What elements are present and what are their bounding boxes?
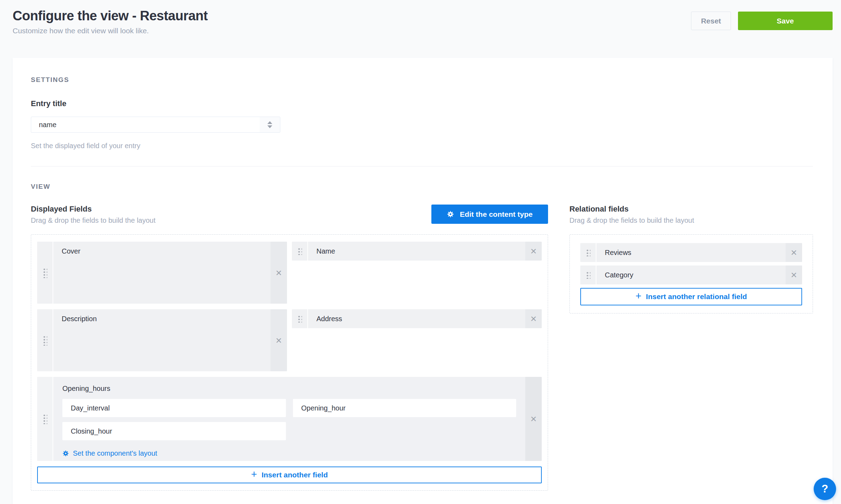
- view-section: VIEW Displayed Fields Drag & drop the fi…: [31, 183, 813, 491]
- close-icon: ×: [531, 413, 537, 425]
- field-card-cover[interactable]: Cover ×: [37, 242, 287, 304]
- select-stepper[interactable]: [260, 117, 280, 132]
- settings-section: SETTINGS Entry title name Set the displa…: [31, 76, 813, 167]
- close-icon: ×: [276, 334, 282, 346]
- field-card-description[interactable]: Description ×: [37, 309, 287, 371]
- entry-title-help: Set the displayed field of your entry: [31, 142, 813, 150]
- relational-fields-subtitle: Drag & drop the fields to build the layo…: [569, 216, 694, 225]
- remove-field-button[interactable]: ×: [525, 242, 542, 261]
- page-background-strip: [833, 0, 841, 504]
- insert-another-field-label: Insert another field: [261, 471, 328, 479]
- close-icon: ×: [531, 313, 537, 325]
- drag-dots-icon: [586, 249, 590, 256]
- drag-dots-icon: [586, 271, 590, 279]
- displayed-fields-header: Displayed Fields Drag & drop the fields …: [31, 205, 156, 225]
- page-subtitle: Customize how the edit view will look li…: [13, 27, 208, 35]
- remove-field-button[interactable]: ×: [525, 309, 542, 328]
- page-title: Configure the view - Restaurant: [13, 8, 208, 23]
- component-subfield-opening-hour[interactable]: Opening_hour: [293, 399, 517, 417]
- field-label: Description: [53, 309, 271, 371]
- remove-field-button[interactable]: ×: [271, 242, 287, 304]
- chevron-up-icon: [267, 121, 272, 124]
- relational-field-card-reviews[interactable]: Reviews ×: [580, 243, 802, 262]
- close-icon: ×: [791, 247, 797, 258]
- header-actions: Reset Save: [691, 12, 833, 30]
- question-mark-icon: ?: [822, 483, 828, 495]
- drag-handle[interactable]: [37, 309, 53, 371]
- close-icon: ×: [531, 245, 537, 257]
- field-label: Cover: [53, 242, 271, 304]
- displayed-fields-title: Displayed Fields: [31, 205, 156, 214]
- drag-handle[interactable]: [37, 242, 53, 304]
- plus-icon: +: [635, 290, 641, 302]
- relational-fields-drop-zone: Reviews × Category × + Insert another re…: [569, 234, 813, 313]
- relational-fields-header: Relational fields Drag & drop the fields…: [569, 205, 694, 225]
- reset-button[interactable]: Reset: [691, 12, 731, 30]
- insert-another-relational-field-button[interactable]: + Insert another relational field: [580, 288, 802, 305]
- relational-field-card-category[interactable]: Category ×: [580, 265, 802, 284]
- field-label: Name: [308, 242, 525, 261]
- section-divider: [31, 166, 813, 167]
- help-button[interactable]: ?: [814, 478, 836, 500]
- close-icon: ×: [791, 269, 797, 281]
- save-button[interactable]: Save: [738, 12, 833, 30]
- entry-title-label: Entry title: [31, 99, 813, 108]
- relational-fields-column: Relational fields Drag & drop the fields…: [569, 205, 813, 491]
- main-card: SETTINGS Entry title name Set the displa…: [13, 58, 833, 504]
- entry-title-select-value: name: [31, 121, 56, 129]
- remove-field-button[interactable]: ×: [786, 265, 802, 284]
- gear-icon: [447, 210, 454, 218]
- drag-dots-icon: [42, 414, 47, 424]
- displayed-fields-subtitle: Drag & drop the fields to build the layo…: [31, 216, 156, 225]
- field-label: Address: [308, 309, 525, 328]
- remove-component-button[interactable]: ×: [525, 377, 542, 461]
- plus-icon: +: [251, 469, 257, 480]
- drag-handle[interactable]: [292, 309, 308, 328]
- close-icon: ×: [276, 267, 282, 279]
- component-body: Opening_hours Day_interval Opening_hour …: [53, 377, 525, 461]
- drag-handle[interactable]: [37, 377, 53, 461]
- settings-section-label: SETTINGS: [31, 76, 813, 84]
- component-subfield-closing-hour[interactable]: Closing_hour: [62, 422, 286, 440]
- drag-handle[interactable]: [292, 242, 308, 261]
- drag-handle[interactable]: [580, 243, 596, 262]
- entry-title-select[interactable]: name: [31, 117, 280, 133]
- displayed-fields-drop-zone: Cover × Name × Description ×: [31, 234, 548, 491]
- remove-field-button[interactable]: ×: [271, 309, 287, 371]
- displayed-fields-column: Displayed Fields Drag & drop the fields …: [31, 205, 548, 491]
- edit-content-type-label: Edit the content type: [460, 210, 533, 219]
- gear-icon: [62, 450, 69, 457]
- edit-content-type-button[interactable]: Edit the content type: [431, 205, 548, 224]
- field-label: Reviews: [596, 243, 786, 262]
- insert-another-field-button[interactable]: + Insert another field: [37, 467, 542, 483]
- drag-dots-icon: [297, 247, 302, 255]
- field-label: Category: [596, 265, 786, 284]
- drag-dots-icon: [297, 315, 302, 323]
- drag-dots-icon: [42, 268, 47, 278]
- drag-handle[interactable]: [580, 265, 596, 284]
- field-card-address[interactable]: Address ×: [292, 309, 542, 328]
- field-card-name[interactable]: Name ×: [292, 242, 542, 261]
- drag-dots-icon: [42, 335, 47, 346]
- page-header-titles: Configure the view - Restaurant Customiz…: [13, 8, 208, 35]
- component-card-opening-hours[interactable]: Opening_hours Day_interval Opening_hour …: [37, 377, 542, 461]
- relational-fields-title: Relational fields: [569, 205, 694, 214]
- insert-another-relational-field-label: Insert another relational field: [646, 292, 747, 301]
- component-subfield-day-interval[interactable]: Day_interval: [62, 399, 286, 417]
- view-section-label: VIEW: [31, 183, 813, 191]
- page-header: Configure the view - Restaurant Customiz…: [0, 0, 841, 35]
- remove-field-button[interactable]: ×: [786, 243, 802, 262]
- chevron-down-icon: [267, 125, 272, 128]
- set-component-layout-link[interactable]: Set the component's layout: [62, 449, 157, 457]
- component-label: Opening_hours: [62, 385, 516, 393]
- set-component-layout-label: Set the component's layout: [73, 449, 157, 457]
